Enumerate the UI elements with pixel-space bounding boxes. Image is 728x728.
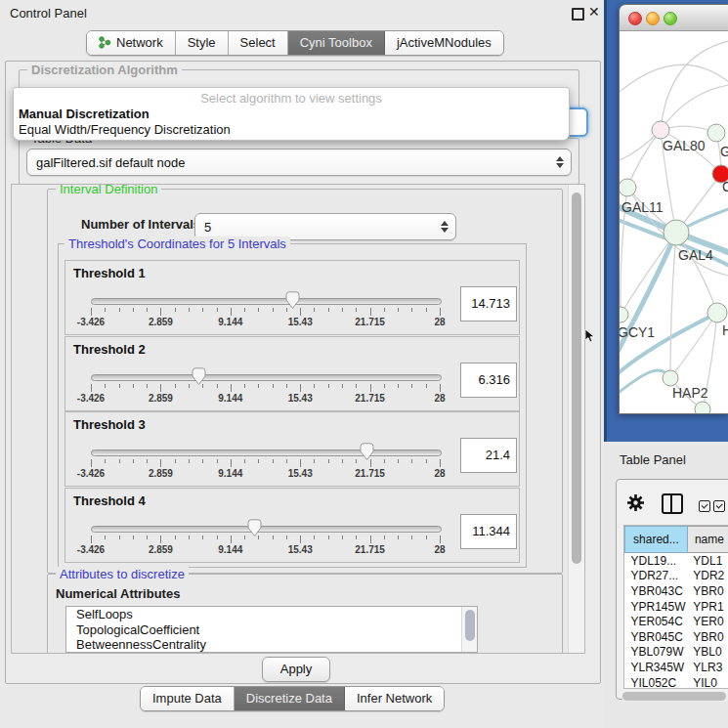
interval-definition-title: Interval Definition <box>56 184 161 196</box>
network-node[interactable] <box>664 220 689 245</box>
threshold-value-field[interactable]: 6.316 <box>460 363 517 398</box>
table-row[interactable]: YDL19...YDL1 <box>625 553 728 569</box>
network-node[interactable] <box>707 303 727 322</box>
attribute-list-item[interactable]: BetweennessCentrality <box>66 637 477 653</box>
threshold-panel: Threshold 3-3.4262.8599.14415.4321.71528… <box>64 411 520 487</box>
table-row[interactable]: YBR045CYBR0 <box>625 629 728 645</box>
tab-select[interactable]: Select <box>229 31 288 55</box>
table-cell[interactable]: YIL052C <box>625 675 688 689</box>
threshold-value-field[interactable]: 11.344 <box>460 514 517 549</box>
network-canvas[interactable]: GAL80GACGAL11GAL4GCY1HHAP2 <box>620 31 728 413</box>
float-window-icon[interactable] <box>572 8 584 21</box>
network-desktop-background: GAL80GACGAL11GAL4GCY1HHAP2 <box>604 0 728 442</box>
tab-impute-data[interactable]: Impute Data <box>141 687 235 710</box>
network-node-label: GAL11 <box>621 199 664 215</box>
network-node-label: GA <box>720 144 728 159</box>
table-header-row: shared...name <box>625 527 728 553</box>
table-cell[interactable]: YBL0 <box>687 645 728 661</box>
network-node[interactable] <box>707 124 725 142</box>
table-cell[interactable]: YLR3 <box>687 660 728 675</box>
table-cell[interactable]: YLR345W <box>625 660 688 675</box>
settings-vertical-scrollbar[interactable] <box>568 185 584 653</box>
attributes-list-scrollbar[interactable] <box>461 607 477 652</box>
algorithm-prompt-item[interactable]: Select algorithm to view settings <box>14 88 569 107</box>
network-node-label: HAP2 <box>672 385 708 401</box>
tab-network[interactable]: Network <box>87 31 176 55</box>
tab-jactivemnodules[interactable]: jActiveMNodules <box>385 31 503 55</box>
table-row[interactable]: YDR27...YDR2 <box>625 569 728 584</box>
close-icon[interactable]: ✕ <box>588 4 600 20</box>
table-column-header[interactable]: shared... <box>625 527 688 553</box>
slider-tick-labels: -3.4262.8599.14415.4321.71528 <box>91 544 440 556</box>
threshold-slider-track[interactable] <box>91 374 442 381</box>
table-horizontal-scrollbar[interactable] <box>621 691 728 702</box>
attribute-list-item[interactable]: SelfLoops <box>66 607 477 622</box>
scrollbar-thumb[interactable] <box>622 692 726 701</box>
checkbox-icon[interactable] <box>713 500 725 512</box>
network-node-label: GAL4 <box>678 247 713 263</box>
table-cell[interactable]: YBR0 <box>687 629 728 645</box>
table-cell[interactable]: YBR0 <box>687 583 728 599</box>
close-traffic-light[interactable] <box>628 12 642 25</box>
table-row[interactable]: YLR345WYLR3 <box>625 660 728 675</box>
algorithm-option-manual[interactable]: Manual Discretization <box>14 107 569 122</box>
table-row[interactable]: YPR145WYPR1 <box>625 599 728 615</box>
threshold-value-field[interactable]: 14.713 <box>460 286 517 321</box>
algorithm-option-equal-width[interactable]: Equal Width/Frequency Discretization <box>14 122 569 138</box>
table-cell[interactable]: YPR1 <box>687 599 728 615</box>
tab-discretize-data[interactable]: Discretize Data <box>235 687 345 710</box>
table-panel: Table Panel shared. <box>604 442 728 728</box>
table-cell[interactable]: YER0 <box>687 614 728 629</box>
network-node[interactable] <box>620 307 628 322</box>
table-row[interactable]: YER054CYER0 <box>625 614 728 629</box>
table-cell[interactable]: YBL079W <box>625 645 688 661</box>
network-node[interactable] <box>652 121 669 139</box>
threshold-label: Threshold 4 <box>73 493 146 508</box>
minimize-traffic-light[interactable] <box>646 12 660 25</box>
attribute-list-item[interactable]: TopologicalCoefficient <box>66 622 477 638</box>
threshold-label: Threshold 1 <box>73 266 146 280</box>
threshold-value-field[interactable]: 21.4 <box>460 438 517 473</box>
apply-button[interactable]: Apply <box>262 657 330 682</box>
table-panel-title: Table Panel <box>620 452 686 467</box>
table-row[interactable]: YBR043CYBR0 <box>625 583 728 599</box>
network-node[interactable] <box>695 402 710 414</box>
scrollbar-thumb[interactable] <box>465 610 475 641</box>
network-node-label: GAL80 <box>663 138 706 153</box>
table-row[interactable]: YIL052CYIL0 <box>625 675 728 689</box>
table-cell[interactable]: YER054C <box>625 614 688 629</box>
zoom-traffic-light[interactable] <box>664 12 677 25</box>
numerical-attributes-list[interactable]: SelfLoopsTopologicalCoefficientBetweenne… <box>65 606 478 653</box>
table-cell[interactable]: YDL1 <box>687 553 728 569</box>
threshold-slider-track[interactable] <box>91 526 442 533</box>
slider-tick-labels: -3.4262.8599.14415.4321.71528 <box>91 468 440 480</box>
table-cell[interactable]: YDR2 <box>687 569 728 584</box>
tab-infer-network[interactable]: Infer Network <box>345 687 444 710</box>
threshold-panel: Threshold 4-3.4262.8599.14415.4321.71528… <box>64 488 520 563</box>
slider-ticks <box>91 308 440 317</box>
control-panel-tabbar: Network Style Select Cyni Toolbox jActiv… <box>86 30 504 56</box>
table-cell[interactable]: YDR27... <box>625 569 688 584</box>
table-cell[interactable]: YBR043C <box>625 583 688 599</box>
table-cell[interactable]: YIL0 <box>687 675 728 689</box>
table-cell[interactable]: YDL19... <box>625 553 688 569</box>
network-node[interactable] <box>620 179 636 196</box>
scrollbar-thumb[interactable] <box>572 193 581 564</box>
table-cell[interactable]: YPR145W <box>625 599 688 615</box>
settings-scrollpane: Interval Definition Number of Intervals … <box>11 184 585 654</box>
table-cell[interactable]: YBR045C <box>625 629 688 645</box>
tab-cyni-toolbox[interactable]: Cyni Toolbox <box>288 31 385 55</box>
threshold-slider-track[interactable] <box>91 450 442 456</box>
threshold-slider-track[interactable] <box>91 298 442 305</box>
checkbox-icon[interactable] <box>699 500 710 512</box>
network-edge <box>620 370 670 395</box>
split-columns-icon[interactable] <box>662 493 683 514</box>
gear-icon[interactable] <box>626 493 645 512</box>
table-row[interactable]: YBL079WYBL0 <box>625 645 728 661</box>
table-data-combobox[interactable]: galFiltered.sif default node <box>26 149 572 176</box>
table-column-header[interactable]: name <box>687 527 728 553</box>
network-node[interactable] <box>663 370 678 386</box>
network-window-titlebar[interactable] <box>620 5 728 31</box>
slider-tick-labels: -3.4262.8599.14415.4321.71528 <box>91 393 440 405</box>
tab-style[interactable]: Style <box>176 31 229 55</box>
